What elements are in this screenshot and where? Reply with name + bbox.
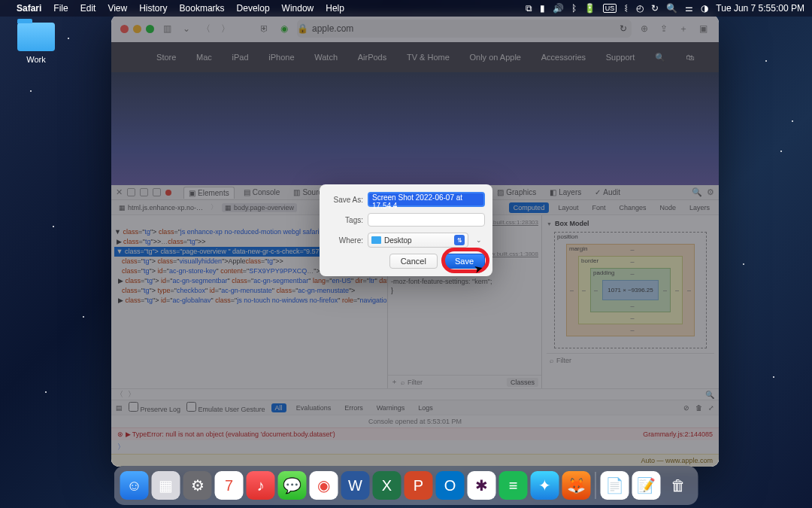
dock-calendar[interactable]: 7	[215, 471, 244, 500]
menu-develop[interactable]: Develop	[237, 3, 270, 14]
menu-file[interactable]: File	[53, 3, 68, 14]
box-filter-input[interactable]: Filter	[556, 357, 571, 364]
address-bar[interactable]: 🔒 apple.com ↻	[297, 20, 632, 38]
console-error-row[interactable]: ⊗ ▶ TypeError: null is not an object (ev…	[111, 427, 719, 440]
sidebar-tab-layers[interactable]: Layers	[685, 202, 714, 213]
tags-input[interactable]	[368, 213, 485, 227]
nav-airpods[interactable]: AirPods	[358, 53, 387, 62]
dock-launchpad[interactable]: ▦	[152, 471, 180, 500]
plus-icon[interactable]: ＋	[391, 377, 398, 387]
menubar-clock[interactable]: Tue Jun 7 5:55:00 PM	[716, 3, 804, 14]
dock-excel[interactable]: X	[373, 471, 401, 500]
nav-store[interactable]: Store	[156, 53, 176, 62]
console-toggle-icon[interactable]: ▤	[116, 404, 123, 412]
filter-all[interactable]: All	[271, 403, 286, 412]
menu-help[interactable]: Help	[326, 3, 344, 14]
inspector-close-icon[interactable]: ✕	[116, 187, 123, 197]
dock-powerpoint[interactable]: P	[404, 471, 433, 500]
tab-audit[interactable]: ✓ Audit	[590, 187, 625, 198]
filter-warnings[interactable]: Warnings	[373, 403, 409, 412]
forward-button[interactable]: 〉	[219, 22, 232, 35]
menu-view[interactable]: View	[108, 3, 127, 14]
nav-accessories[interactable]: Accessories	[541, 53, 586, 62]
dock-spotify[interactable]: ≡	[499, 471, 528, 500]
console-expand-icon[interactable]: ⤢	[708, 404, 714, 412]
nav-watch[interactable]: Watch	[314, 53, 338, 62]
dock-word[interactable]: W	[341, 471, 370, 500]
console-trash-icon[interactable]: 🗑	[695, 404, 702, 412]
nav-ipad[interactable]: iPad	[232, 53, 249, 62]
sidebar-tab-changes[interactable]: Changes	[614, 202, 650, 213]
tab-layers[interactable]: ◧ Layers	[545, 187, 586, 198]
input-source-icon[interactable]: US	[603, 4, 617, 13]
new-tab-button[interactable]: ＋	[677, 22, 690, 35]
path-forward-icon[interactable]: 〉	[128, 389, 135, 400]
dock-document[interactable]: 📄	[601, 471, 629, 500]
inspector-settings-icon[interactable]: ⚙	[707, 187, 714, 197]
chevron-down-icon[interactable]: ⌄	[180, 22, 193, 35]
box-model-title[interactable]: Box Model	[547, 220, 714, 227]
timemachine-icon[interactable]: ↻	[651, 3, 659, 14]
error-source[interactable]: Grammarly.js:2:144085	[643, 430, 713, 438]
nav-only-on-apple[interactable]: Only on Apple	[470, 53, 522, 62]
siri-icon[interactable]: ◑	[701, 3, 708, 14]
volume-icon[interactable]: 🔊	[553, 3, 564, 14]
filter-errors[interactable]: Errors	[341, 403, 367, 412]
filter-evaluations[interactable]: Evaluations	[292, 403, 335, 412]
classes-toggle[interactable]: Classes	[507, 378, 538, 387]
console-clear-icon[interactable]: ⊘	[683, 404, 689, 412]
window-close-button[interactable]	[120, 25, 129, 33]
tabs-icon[interactable]: ▣	[696, 22, 710, 35]
path-back-icon[interactable]: 〈	[116, 389, 123, 400]
dock-chrome[interactable]: ◉	[310, 471, 338, 500]
tab-graphics[interactable]: ▨ Graphics	[492, 187, 541, 198]
dock-messages[interactable]: 💬	[278, 471, 307, 500]
wifi-icon[interactable]: ⧙	[624, 3, 629, 14]
control-center-icon[interactable]: ⚌	[685, 3, 693, 14]
filename-input[interactable]: Screen Shot 2022-06-07 at 17.54.4	[368, 192, 485, 207]
crumb-html[interactable]: ▦ html.js.enhance-xp.no-…	[116, 203, 206, 212]
dock-side-icon[interactable]	[127, 188, 135, 196]
menu-history[interactable]: History	[139, 3, 167, 14]
shield-icon[interactable]: ⛨	[258, 22, 271, 35]
console-prompt[interactable]: 〉	[111, 440, 719, 454]
nav-tv-home[interactable]: TV & Home	[407, 53, 450, 62]
spotlight-icon[interactable]: 🔍	[666, 3, 677, 14]
dock-trash[interactable]: 🗑	[664, 471, 692, 500]
nav-bag-icon[interactable]: 🛍	[686, 53, 694, 62]
dock-slack[interactable]: ✱	[468, 471, 496, 500]
crumb-body[interactable]: ▦ body.page-overview	[222, 203, 297, 212]
emulate-gesture-checkbox[interactable]	[186, 402, 196, 412]
dock-finder[interactable]: ☺	[120, 471, 149, 500]
cancel-button[interactable]: Cancel	[389, 254, 438, 269]
dock-notes[interactable]: 📝	[632, 471, 661, 500]
menu-bookmarks[interactable]: Bookmarks	[180, 3, 225, 14]
dock-outlook[interactable]: O	[436, 471, 465, 500]
sidebar-tab-computed[interactable]: Computed	[509, 202, 550, 213]
nav-support[interactable]: Support	[606, 53, 635, 62]
console-warning-row[interactable]: Auto — www.apple.com	[111, 454, 719, 467]
warning-source[interactable]: Auto — www.apple.com	[641, 457, 713, 464]
where-popup[interactable]: Desktop ⇅	[368, 233, 468, 248]
dropbox-icon[interactable]: ⧉	[526, 3, 532, 14]
expand-dialog-button[interactable]: ⌄	[473, 236, 485, 244]
back-button[interactable]: 〈	[199, 22, 213, 35]
dock-undock-icon[interactable]	[153, 188, 161, 196]
desktop-folder-work[interactable]: Work	[14, 23, 59, 64]
sidebar-tab-layout[interactable]: Layout	[553, 202, 583, 213]
menu-edit[interactable]: Edit	[80, 3, 96, 14]
nav-iphone[interactable]: iPhone	[268, 53, 294, 62]
sidebar-toggle-icon[interactable]: ▥	[160, 22, 174, 35]
recording-indicator-icon[interactable]	[165, 190, 171, 196]
tab-elements[interactable]: ▣ Elements	[183, 187, 235, 199]
share-icon[interactable]: ⇪	[657, 22, 671, 35]
menu-window[interactable]: Window	[282, 3, 314, 14]
window-minimize-button[interactable]	[133, 25, 141, 33]
nav-search-icon[interactable]: 🔍	[655, 53, 665, 62]
filter-logs[interactable]: Logs	[414, 403, 437, 412]
preserve-log-checkbox[interactable]	[129, 402, 138, 412]
sidebar-tab-node[interactable]: Node	[655, 202, 680, 213]
path-search-icon[interactable]: 🔍	[705, 391, 714, 399]
sidebar-tab-font[interactable]: Font	[587, 202, 610, 213]
app-menu[interactable]: Safari	[17, 3, 41, 14]
